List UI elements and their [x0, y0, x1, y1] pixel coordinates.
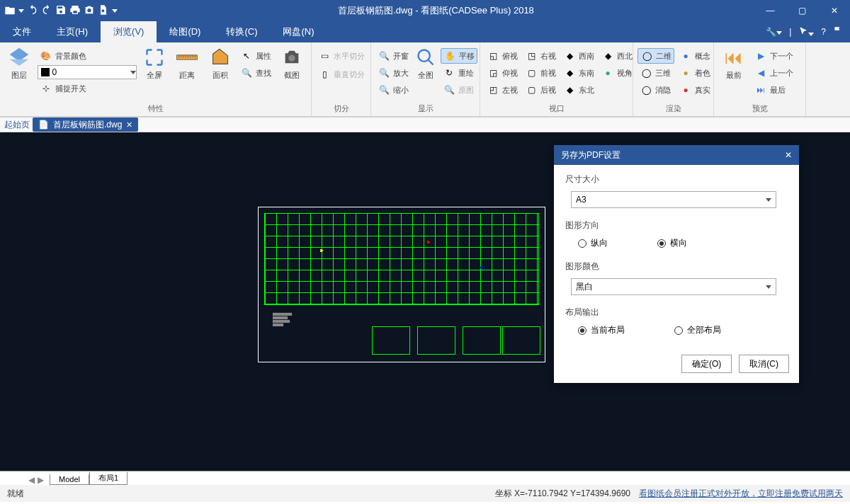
- hide-icon: ◯: [640, 84, 652, 96]
- prev-button[interactable]: ◀上一个: [752, 65, 795, 81]
- layout-tab-prev[interactable]: ◀: [28, 475, 35, 485]
- concept-button[interactable]: ●概念: [677, 48, 713, 64]
- dialog-close-icon[interactable]: ✕: [785, 150, 792, 160]
- bottom-view-button[interactable]: ◲仰视: [484, 65, 520, 81]
- cursor-icon[interactable]: [798, 26, 814, 38]
- size-select[interactable]: A3: [571, 191, 776, 208]
- wrench-icon[interactable]: 🔧: [766, 27, 782, 37]
- zoomin-button[interactable]: 🔍放大: [375, 65, 411, 81]
- wire3d-button[interactable]: ◯三维: [638, 65, 674, 81]
- ribbon-group-preview: 预览: [714, 102, 805, 116]
- back-view-button[interactable]: ▢后视: [523, 82, 558, 98]
- layout-tab-next[interactable]: ▶: [38, 475, 44, 485]
- hide-button[interactable]: ◯消隐: [638, 82, 674, 98]
- refresh-icon: ↻: [443, 67, 455, 79]
- right-view-button[interactable]: ◳右视: [523, 48, 558, 64]
- layout-label: 布局输出: [564, 307, 789, 319]
- menu-pan[interactable]: 网盘(N): [270, 21, 327, 42]
- ruler-icon: [175, 45, 199, 69]
- camera-icon[interactable]: [84, 4, 95, 18]
- menu-home[interactable]: 主页(H): [44, 21, 101, 42]
- sw-view-button[interactable]: ◆西南: [561, 48, 596, 64]
- svg-point-2: [419, 50, 430, 62]
- ok-button[interactable]: 确定(O): [681, 355, 732, 373]
- window-zoom-button[interactable]: 🔍开窗: [375, 48, 411, 64]
- extents-button[interactable]: 全图: [414, 45, 438, 79]
- divider-icon: |: [789, 27, 791, 37]
- next-button[interactable]: ▶下一个: [752, 48, 795, 64]
- tab-document[interactable]: 📄 首层板钢筋图.dwg ✕: [33, 118, 138, 132]
- distance-button[interactable]: 距离: [172, 45, 203, 79]
- layers-button[interactable]: 图层: [4, 45, 35, 79]
- front-view-button[interactable]: ▢前视: [523, 65, 558, 81]
- attributes-button[interactable]: ↖属性: [238, 48, 273, 64]
- ribbon-group-props: 特性: [0, 102, 311, 116]
- first-page-button[interactable]: ⏮ 最前: [718, 45, 749, 79]
- binoculars-icon: 🔍: [240, 67, 253, 79]
- bgcolor-select[interactable]: 0: [38, 65, 137, 79]
- palette-icon: 🎨: [40, 50, 52, 62]
- tab-start[interactable]: 起始页: [4, 119, 30, 131]
- wire2d-button[interactable]: ◯二维: [638, 48, 674, 64]
- redo-icon[interactable]: [41, 4, 52, 18]
- qat-dropdown[interactable]: [112, 9, 118, 13]
- cancel-button[interactable]: 取消(C): [739, 355, 789, 373]
- folder-dropdown[interactable]: [18, 9, 24, 13]
- hsplit-button[interactable]: ▭水平切分: [316, 48, 367, 64]
- nw-view-button[interactable]: ◆西北: [599, 48, 635, 64]
- color-select[interactable]: 黑白: [571, 278, 776, 295]
- left-view-button[interactable]: ◰左视: [484, 82, 520, 98]
- fullscreen-button[interactable]: 全屏: [140, 45, 170, 79]
- menu-browse[interactable]: 浏览(V): [101, 21, 157, 42]
- search-doc-icon[interactable]: [98, 4, 109, 18]
- regen-button[interactable]: ↻重绘: [441, 65, 477, 81]
- layers-icon: [7, 45, 31, 69]
- screenshot-button[interactable]: 截图: [276, 45, 307, 79]
- save-icon[interactable]: [55, 4, 67, 18]
- se-view-button[interactable]: ◆东南: [561, 65, 596, 81]
- viewangle-button[interactable]: ●视角: [599, 65, 635, 81]
- ne-view-button[interactable]: ◆东北: [561, 82, 596, 98]
- status-link[interactable]: 看图纸会员注册正式对外开放，立即注册免费试用两天: [639, 488, 843, 500]
- real-button[interactable]: ●真实: [677, 82, 713, 98]
- menu-file[interactable]: 文件: [0, 21, 44, 42]
- folder-open-icon[interactable]: [4, 5, 16, 16]
- portrait-radio[interactable]: 纵向: [578, 237, 608, 249]
- model-tab[interactable]: Model: [50, 474, 89, 485]
- canvas[interactable]: ▇▇▇▇▇▇▇▇▇▇▇▇▇▇▇▇▇▇▇▇▇▇▇▇▇▇▇▇▇ 另存为PDF设置 ✕…: [0, 132, 850, 471]
- drawing-preview: ▇▇▇▇▇▇▇▇▇▇▇▇▇▇▇▇▇▇▇▇▇▇▇▇▇▇▇▇▇: [258, 207, 545, 362]
- undo-icon[interactable]: [27, 4, 38, 18]
- maximize-button[interactable]: ▢: [786, 0, 818, 21]
- menu-convert[interactable]: 转换(C): [213, 21, 270, 42]
- origin-button[interactable]: 🔍原图: [441, 82, 477, 98]
- close-tab-icon[interactable]: ✕: [126, 120, 132, 130]
- menu-draw[interactable]: 绘图(D): [157, 21, 213, 42]
- top-view-button[interactable]: ◱俯视: [484, 48, 520, 64]
- camera-big-icon: [280, 45, 304, 69]
- flag-icon[interactable]: [833, 26, 843, 38]
- vsplit-button[interactable]: ▯垂直切分: [316, 67, 367, 82]
- snap-icon: ⊹: [40, 82, 52, 95]
- print-icon[interactable]: [69, 4, 81, 18]
- split-h-icon: ▭: [318, 50, 331, 62]
- help-icon[interactable]: ?: [821, 27, 826, 37]
- bgcolor-button[interactable]: 🎨 背景颜色: [38, 48, 137, 64]
- area-button[interactable]: 面积: [205, 45, 236, 79]
- close-button[interactable]: ✕: [818, 0, 850, 21]
- color-label: 图形颜色: [564, 260, 789, 273]
- all-layout-radio[interactable]: 全部布局: [674, 324, 721, 336]
- find-button[interactable]: 🔍查找: [238, 65, 273, 81]
- status-ready: 就绪: [7, 488, 24, 500]
- layout1-tab[interactable]: 布局1: [89, 472, 128, 485]
- current-layout-radio[interactable]: 当前布局: [578, 324, 625, 336]
- ribbon-group-display: 显示: [371, 102, 480, 116]
- minimize-button[interactable]: —: [754, 0, 786, 21]
- zoomout-button[interactable]: 🔍缩小: [375, 82, 411, 98]
- pan-tool-button[interactable]: ✋平移: [441, 48, 477, 64]
- next-icon: ▶: [754, 50, 767, 62]
- shade-button[interactable]: ●着色: [677, 65, 713, 81]
- landscape-radio[interactable]: 横向: [657, 237, 687, 249]
- last-button[interactable]: ⏭最后: [752, 82, 795, 98]
- snap-button[interactable]: ⊹ 捕捉开关: [38, 81, 137, 96]
- ribbon-group-split: 切分: [312, 102, 370, 116]
